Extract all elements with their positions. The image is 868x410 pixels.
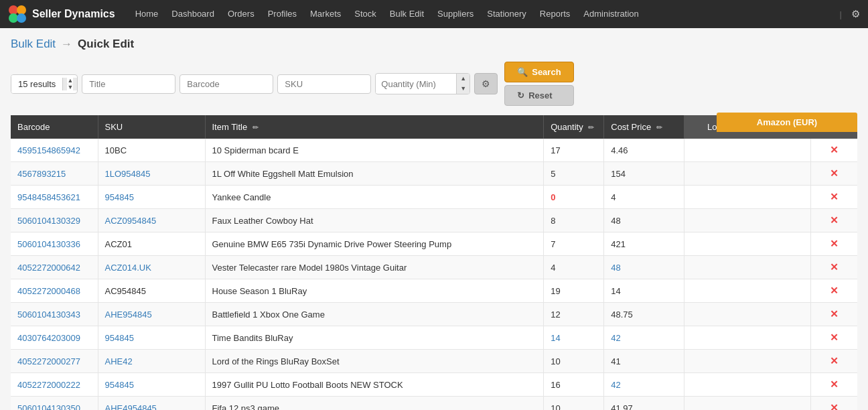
cell-cost: 42: [604, 373, 684, 397]
cell-barcode[interactable]: 4595154865942: [11, 139, 98, 162]
cell-buy-box[interactable]: ✕: [810, 162, 857, 186]
nav-bulk-edit[interactable]: Bulk Edit: [383, 0, 431, 28]
cost-edit-icon[interactable]: ✏: [656, 123, 662, 131]
buy-box-remove-icon[interactable]: ✕: [830, 167, 839, 179]
cell-sku[interactable]: ACZ0954845: [98, 209, 205, 232]
buy-box-remove-icon[interactable]: ✕: [830, 355, 839, 366]
cell-low-price: [684, 186, 810, 209]
quantity-input-wrap: ▲ ▼: [375, 73, 470, 94]
cell-sku[interactable]: 1LO954845: [98, 162, 205, 186]
cell-buy-box[interactable]: ✕: [810, 232, 857, 256]
cell-sku[interactable]: 954845: [98, 326, 205, 350]
nav-reports[interactable]: Reports: [533, 0, 577, 28]
cell-buy-box[interactable]: ✕: [810, 326, 857, 350]
cell-sku[interactable]: AHE954845: [98, 303, 205, 326]
search-button[interactable]: 🔍 Search: [504, 62, 573, 82]
cell-barcode[interactable]: 4052272000277: [11, 350, 98, 373]
buy-box-remove-icon[interactable]: ✕: [830, 285, 839, 296]
cell-low-price: [684, 209, 810, 232]
title-edit-icon[interactable]: ✏: [252, 123, 259, 131]
cell-barcode[interactable]: 4052272000642: [11, 256, 98, 279]
navbar: Seller Dynamics Home Dashboard Orders Pr…: [0, 0, 868, 28]
settings-icon[interactable]: ⚙: [851, 8, 860, 20]
buy-box-remove-icon[interactable]: ✕: [830, 308, 839, 320]
cell-buy-box[interactable]: ✕: [810, 256, 857, 279]
nav-orders[interactable]: Orders: [221, 0, 261, 28]
cell-quantity: 4: [544, 256, 604, 279]
quantity-edit-icon[interactable]: ✏: [588, 123, 594, 131]
svg-point-3: [17, 13, 26, 23]
cell-buy-box[interactable]: ✕: [810, 279, 857, 303]
quantity-input[interactable]: [376, 75, 456, 93]
cell-quantity: 7: [544, 232, 604, 256]
cell-barcode[interactable]: 5060104130329: [11, 209, 98, 232]
cell-buy-box[interactable]: ✕: [810, 373, 857, 397]
nav-home[interactable]: Home: [129, 0, 165, 28]
cell-sku[interactable]: 954845: [98, 373, 205, 397]
cell-barcode[interactable]: 5060104130343: [11, 303, 98, 326]
cell-quantity: 16: [544, 373, 604, 397]
cell-barcode[interactable]: 4052272000468: [11, 279, 98, 303]
reset-icon: ↻: [517, 90, 524, 100]
cell-quantity: 14: [544, 326, 604, 350]
table-row: 4030764203009 954845 Time Bandits BluRay…: [11, 326, 857, 350]
buy-box-remove-icon[interactable]: ✕: [830, 214, 839, 226]
cell-buy-box[interactable]: ✕: [810, 186, 857, 209]
nav-stationery[interactable]: Stationery: [480, 0, 533, 28]
results-select[interactable]: 15 results ▲ ▼: [11, 74, 78, 94]
cell-buy-box[interactable]: ✕: [810, 350, 857, 373]
table-row: 4567893215 1LO954845 1L Off White Eggshe…: [11, 162, 857, 186]
cell-buy-box[interactable]: ✕: [810, 139, 857, 162]
filter-bar: 15 results ▲ ▼ ▲ ▼ ⚙: [11, 62, 857, 106]
nav-suppliers[interactable]: Suppliers: [431, 0, 480, 28]
buy-box-remove-icon[interactable]: ✕: [830, 332, 839, 343]
buy-box-remove-icon[interactable]: ✕: [830, 261, 839, 273]
table-row: 5060104130343 AHE954845 Battlefield 1 Xb…: [11, 303, 857, 326]
cell-buy-box[interactable]: ✕: [810, 303, 857, 326]
cell-buy-box[interactable]: ✕: [810, 209, 857, 232]
qty-down-icon[interactable]: ▼: [457, 84, 469, 94]
buy-box-remove-icon[interactable]: ✕: [830, 379, 839, 390]
buy-box-remove-icon[interactable]: ✕: [830, 191, 839, 202]
cell-barcode[interactable]: 4567893215: [11, 162, 98, 186]
cell-barcode[interactable]: 4052272000222: [11, 373, 98, 397]
table-row: 9548458453621 954845 Yankee Candle 0 4 ✕: [11, 186, 857, 209]
qty-up-icon[interactable]: ▲: [457, 74, 469, 84]
cell-quantity: 0: [544, 186, 604, 209]
th-sku: SKU: [98, 115, 205, 139]
buy-box-remove-icon[interactable]: ✕: [830, 238, 839, 249]
cell-buy-box[interactable]: ✕: [810, 397, 857, 411]
nav-stock[interactable]: Stock: [348, 0, 383, 28]
results-dropdown-btn[interactable]: ▲ ▼: [62, 78, 77, 90]
cell-low-price: [684, 350, 810, 373]
sku-input[interactable]: [277, 74, 371, 94]
cell-sku[interactable]: ACZ014.UK: [98, 256, 205, 279]
amazon-badge: Amazon (EUR): [717, 113, 857, 132]
cell-sku[interactable]: AHE4954845: [98, 397, 205, 411]
cell-barcode[interactable]: 9548458453621: [11, 186, 98, 209]
cell-sku[interactable]: AHE42: [98, 350, 205, 373]
cell-sku[interactable]: 954845: [98, 186, 205, 209]
cell-sku: ACZ01: [98, 232, 205, 256]
cell-low-price: [684, 162, 810, 186]
cell-quantity: 19: [544, 279, 604, 303]
filter-settings-button[interactable]: ⚙: [474, 73, 498, 94]
cell-barcode[interactable]: 4030764203009: [11, 326, 98, 350]
buy-box-remove-icon[interactable]: ✕: [830, 402, 839, 410]
title-input[interactable]: [82, 74, 175, 94]
nav-profiles[interactable]: Profiles: [261, 0, 303, 28]
nav-dashboard[interactable]: Dashboard: [165, 0, 221, 28]
nav-markets[interactable]: Markets: [303, 0, 348, 28]
cell-quantity: 12: [544, 303, 604, 326]
quantity-arrows[interactable]: ▲ ▼: [456, 74, 469, 94]
brand: Seller Dynamics: [8, 5, 115, 23]
breadcrumb-parent[interactable]: Bulk Edit: [11, 38, 56, 51]
cell-barcode[interactable]: 5060104130336: [11, 232, 98, 256]
cell-barcode[interactable]: 5060104130350: [11, 397, 98, 411]
cell-title: Time Bandits BluRay: [205, 326, 544, 350]
results-label: 15 results: [11, 75, 62, 93]
buy-box-remove-icon[interactable]: ✕: [830, 144, 839, 155]
reset-button[interactable]: ↻ Reset: [504, 85, 573, 106]
barcode-input[interactable]: [179, 74, 273, 94]
nav-administration[interactable]: Administration: [577, 0, 645, 28]
